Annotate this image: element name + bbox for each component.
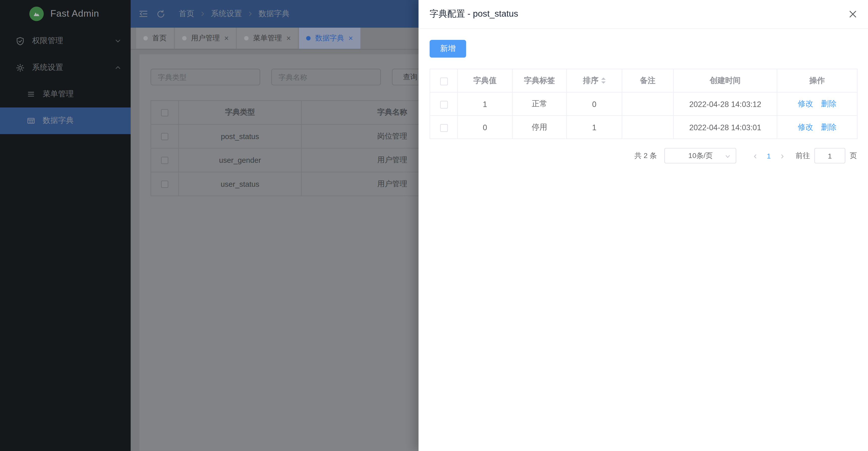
table-row[interactable]: 1 正常 0 2022-04-28 14:03:12 修改 删除 bbox=[430, 92, 858, 116]
row-checkbox[interactable] bbox=[440, 124, 447, 132]
drawer-title: 字典配置 - post_status bbox=[430, 8, 518, 20]
tab-close-icon[interactable]: × bbox=[224, 34, 229, 42]
tab-dot-icon bbox=[306, 36, 311, 40]
app-logo: Fast Admin bbox=[0, 0, 131, 28]
chevron-right-icon bbox=[199, 10, 206, 17]
close-icon bbox=[848, 10, 857, 19]
tab-dot-icon bbox=[144, 36, 148, 40]
drawer-header: 字典配置 - post_status bbox=[418, 0, 868, 29]
row-checkbox[interactable] bbox=[161, 181, 168, 188]
add-button[interactable]: 新增 bbox=[430, 40, 466, 58]
actions-cell: 修改 删除 bbox=[777, 92, 857, 116]
page-size-select[interactable]: 10条/页 bbox=[664, 148, 736, 163]
tab-label: 数据字典 bbox=[315, 33, 344, 44]
breadcrumb: 首页 系统设置 数据字典 bbox=[179, 9, 289, 19]
dict-value-cell: 0 bbox=[458, 116, 512, 139]
created-at-cell: 2022-04-28 14:03:01 bbox=[674, 116, 777, 139]
collapse-sidebar-button[interactable] bbox=[138, 9, 149, 19]
dict-type-cell: post_status bbox=[179, 124, 301, 148]
page-number-current[interactable]: 1 bbox=[762, 151, 776, 160]
actions-cell: 修改 删除 bbox=[777, 116, 857, 139]
column-header-sortable[interactable]: 排序 bbox=[567, 69, 622, 92]
drawer-close-button[interactable] bbox=[848, 10, 857, 19]
pagination-total: 共 2 条 bbox=[634, 151, 657, 161]
delete-link[interactable]: 删除 bbox=[821, 122, 836, 131]
sort-cell: 1 bbox=[567, 116, 622, 139]
delete-link[interactable]: 删除 bbox=[821, 99, 836, 108]
breadcrumb-item-data-dictionary: 数据字典 bbox=[258, 9, 289, 19]
tab-close-icon[interactable]: × bbox=[348, 34, 353, 42]
tab-menu-management[interactable]: 菜单管理 × bbox=[237, 28, 298, 49]
row-checkbox[interactable] bbox=[161, 133, 168, 141]
table-row[interactable]: 0 停用 1 2022-04-28 14:03:01 修改 删除 bbox=[430, 116, 858, 139]
dict-entries-table: 字典值 字典标签 排序 备注 创建时间 操作 1 正常 0 bbox=[430, 69, 858, 139]
column-header: 字典标签 bbox=[513, 69, 567, 92]
sort-cell: 0 bbox=[567, 92, 622, 116]
prev-page-button[interactable]: ‹ bbox=[749, 151, 762, 160]
dict-value-cell: 1 bbox=[458, 92, 512, 116]
dict-type-cell: user_status bbox=[179, 172, 301, 196]
table-header-row: 字典值 字典标签 排序 备注 创建时间 操作 bbox=[430, 69, 858, 92]
refresh-icon bbox=[156, 9, 165, 19]
column-header-label: 排序 bbox=[583, 76, 598, 85]
breadcrumb-item-home[interactable]: 首页 bbox=[179, 9, 194, 19]
goto-page-input[interactable] bbox=[814, 148, 845, 163]
sort-carets-icon[interactable] bbox=[601, 78, 606, 84]
chevron-down-icon bbox=[114, 37, 122, 45]
tab-label: 菜单管理 bbox=[253, 33, 282, 44]
dict-type-cell: user_gender bbox=[179, 148, 301, 172]
remark-cell bbox=[622, 116, 673, 139]
chevron-up-icon bbox=[114, 64, 122, 72]
sidebar-item-system-settings[interactable]: 系统设置 bbox=[0, 54, 131, 81]
sidebar-item-permission[interactable]: 权限管理 bbox=[0, 28, 131, 54]
refresh-button[interactable] bbox=[156, 9, 165, 19]
row-checkbox[interactable] bbox=[161, 157, 168, 164]
edit-link[interactable]: 修改 bbox=[798, 99, 813, 108]
tab-home[interactable]: 首页 bbox=[136, 28, 174, 49]
collapse-sidebar-icon bbox=[138, 9, 149, 19]
app-title: Fast Admin bbox=[51, 8, 99, 20]
page-size-value: 10条/页 bbox=[688, 151, 713, 161]
list-icon bbox=[27, 90, 35, 99]
sidebar-item-data-dictionary[interactable]: 数据字典 bbox=[0, 108, 131, 134]
tab-dot-icon bbox=[244, 36, 249, 40]
page: Fast Admin 权限管理 系统设置 菜单管理 数据字典 bbox=[0, 0, 868, 451]
tab-close-icon[interactable]: × bbox=[286, 34, 291, 42]
sidebar-item-label: 菜单管理 bbox=[42, 89, 122, 99]
sidebar-item-label: 系统设置 bbox=[32, 63, 114, 73]
chevron-right-icon bbox=[247, 10, 253, 17]
remark-cell bbox=[622, 92, 673, 116]
tab-user-management[interactable]: 用户管理 × bbox=[175, 28, 236, 49]
dict-name-input[interactable] bbox=[271, 69, 381, 85]
goto-label: 前往 bbox=[796, 151, 810, 161]
tab-dot-icon bbox=[182, 36, 187, 40]
sidebar: Fast Admin 权限管理 系统设置 菜单管理 数据字典 bbox=[0, 0, 131, 451]
drawer-body: 新增 字典值 字典标签 排序 备注 创建时间 操作 bbox=[418, 29, 868, 174]
breadcrumb-item-system-settings[interactable]: 系统设置 bbox=[211, 9, 242, 19]
gear-icon bbox=[16, 63, 25, 72]
dict-type-input[interactable] bbox=[151, 69, 260, 85]
column-header: 备注 bbox=[622, 69, 673, 92]
created-at-cell: 2022-04-28 14:03:12 bbox=[674, 92, 777, 116]
tab-label: 用户管理 bbox=[191, 33, 220, 44]
tab-data-dictionary[interactable]: 数据字典 × bbox=[299, 28, 360, 49]
edit-link[interactable]: 修改 bbox=[798, 122, 813, 131]
select-all-checkbox[interactable] bbox=[440, 78, 447, 85]
pagination: 共 2 条 10条/页 ‹ 1 › 前往 页 bbox=[430, 148, 857, 163]
dict-config-drawer: 字典配置 - post_status 新增 字典值 字典标签 排序 备注 bbox=[418, 0, 868, 451]
sidebar-item-label: 权限管理 bbox=[32, 36, 114, 46]
column-header: 字典值 bbox=[458, 69, 512, 92]
dict-label-cell: 正常 bbox=[513, 92, 567, 116]
next-page-button[interactable]: › bbox=[776, 151, 789, 160]
grid-icon bbox=[27, 116, 35, 125]
sidebar-item-label: 数据字典 bbox=[42, 116, 122, 126]
column-header: 创建时间 bbox=[674, 69, 777, 92]
shield-check-icon bbox=[16, 36, 25, 46]
column-header: 字典类型 bbox=[179, 101, 301, 124]
select-all-checkbox[interactable] bbox=[161, 109, 168, 117]
row-checkbox[interactable] bbox=[440, 101, 447, 109]
column-header: 操作 bbox=[777, 69, 857, 92]
page-unit-label: 页 bbox=[850, 151, 857, 161]
sidebar-item-menu-management[interactable]: 菜单管理 bbox=[0, 81, 131, 108]
tab-label: 首页 bbox=[152, 33, 167, 44]
